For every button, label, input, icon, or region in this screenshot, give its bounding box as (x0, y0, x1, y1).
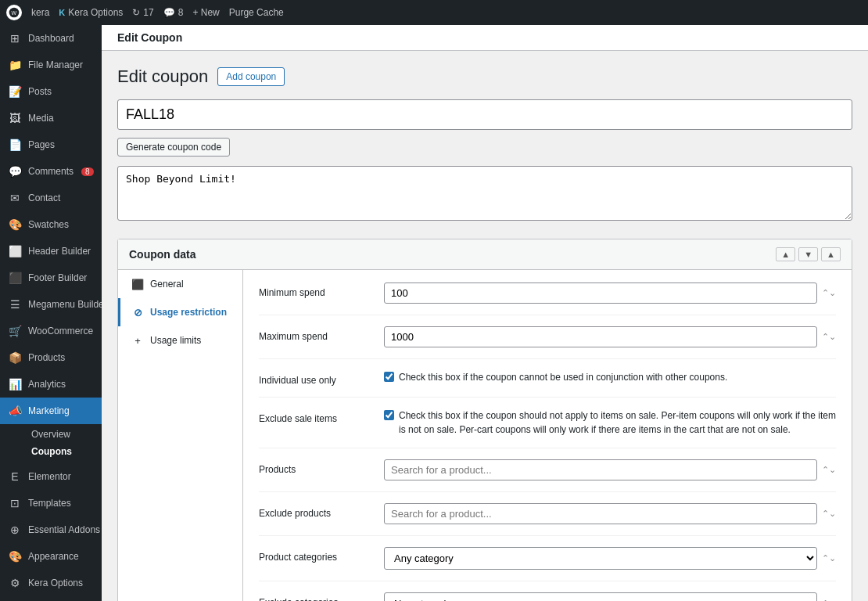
sidebar-item-appearance[interactable]: 🎨 Appearance (0, 543, 102, 570)
individual-use-checkbox-row: Check this box if the coupon cannot be u… (384, 370, 836, 384)
products-search-input[interactable] (384, 459, 817, 480)
form-row-product-categories: Product categories Any category ⌃⌄ (259, 547, 836, 581)
sidebar-item-swatches[interactable]: 🎨 Swatches (0, 211, 102, 238)
tab-usage-limits[interactable]: + Usage limits (118, 326, 242, 354)
panel-expand-btn[interactable]: ▼ (798, 247, 818, 261)
field-product-categories: Any category ⌃⌄ (384, 547, 836, 570)
comments-count[interactable]: 💬 8 (163, 7, 184, 18)
admin-bar: W kera K Kera Options ↻ 17 💬 8 + New Pur… (0, 0, 868, 25)
sidebar-label-templates: Templates (28, 498, 71, 509)
sidebar-item-header-builder[interactable]: ⬜ Header Builder (0, 238, 102, 265)
panel-tabs: ⬛ General ⊘ Usage restriction + Usage li… (118, 270, 243, 601)
sidebar-item-products[interactable]: 📦 Products (0, 344, 102, 371)
sidebar-label-file-manager: File Manager (28, 59, 83, 70)
exclude-products-search-input[interactable] (384, 503, 817, 524)
tab-general[interactable]: ⬛ General (118, 270, 242, 298)
sidebar-item-woocommerce[interactable]: 🛒 WooCommerce (0, 318, 102, 344)
sidebar-item-megamenu[interactable]: ☰ Megamenu Builder (0, 291, 102, 318)
sidebar-item-posts[interactable]: 📝 Posts (0, 78, 102, 105)
panel-collapse-btn[interactable]: ▲ (776, 247, 795, 261)
panel-toggle-btn[interactable]: ▲ (821, 247, 841, 261)
svg-text:W: W (12, 10, 17, 16)
sidebar-item-essential-addons[interactable]: ⊕ Essential Addons (0, 516, 102, 543)
label-product-categories: Product categories (259, 547, 384, 563)
coupon-code-input[interactable] (117, 99, 852, 130)
label-exclude-products: Exclude products (259, 503, 384, 519)
sidebar-item-comments[interactable]: 💬 Comments 8 (0, 158, 102, 185)
add-coupon-button[interactable]: Add coupon (217, 67, 285, 86)
kera-options-icon: ⚙ (8, 576, 22, 590)
field-exclude-products: ⌃⌄ (384, 503, 836, 524)
max-spend-icon: ⌃⌄ (822, 332, 836, 342)
field-exclude-categories: No categories ⌃⌄ (384, 592, 836, 601)
sidebar-label-header-builder: Header Builder (28, 246, 91, 257)
swatches-icon: 🎨 (8, 218, 22, 232)
tab-usage-restriction-label: Usage restriction (150, 307, 227, 318)
sidebar-item-templates[interactable]: ⊡ Templates (0, 490, 102, 516)
panel-header: Coupon data ▲ ▼ ▲ (118, 239, 852, 270)
header-builder-icon: ⬜ (8, 244, 22, 258)
sidebar-sub-overview[interactable]: Overview (23, 426, 102, 443)
purge-cache-button[interactable]: Purge Cache (229, 7, 284, 18)
elementor-icon: E (8, 470, 22, 484)
dashboard-icon: ⊞ (8, 31, 22, 45)
sidebar-item-analytics[interactable]: 📊 Analytics (0, 371, 102, 398)
exclude-sale-checkbox[interactable] (384, 410, 394, 420)
product-categories-icon: ⌃⌄ (822, 553, 836, 563)
updates-count[interactable]: ↻ 17 (132, 7, 153, 18)
form-row-exclude-sale: Exclude sale items Check this box if the… (259, 408, 836, 448)
media-icon: 🖼 (8, 111, 22, 125)
sidebar-item-kera-options[interactable]: ⚙ Kera Options (0, 570, 102, 596)
wp-logo[interactable]: W (6, 5, 22, 20)
coupon-description-textarea[interactable]: Shop Beyond Limit! (117, 166, 852, 221)
sidebar-item-file-manager[interactable]: 📁 File Manager (0, 52, 102, 78)
sidebar-sub-coupons[interactable]: Coupons (23, 443, 102, 460)
products-icon: ⌃⌄ (822, 465, 836, 475)
site-name[interactable]: kera (31, 7, 49, 18)
sidebar-item-pages[interactable]: 📄 Pages (0, 131, 102, 158)
sidebar-item-yith[interactable]: Y YITH (0, 596, 102, 601)
sidebar-item-marketing[interactable]: 📣 Marketing (0, 398, 102, 424)
generate-coupon-code-button[interactable]: Generate coupon code (117, 138, 230, 157)
panel-header-controls: ▲ ▼ ▲ (776, 247, 841, 261)
max-spend-input[interactable] (384, 326, 817, 347)
min-spend-wrap: ⌃⌄ (384, 283, 836, 304)
exclude-categories-select[interactable]: No categories (384, 592, 817, 601)
sidebar-label-media: Media (28, 113, 54, 124)
field-individual-use: Check this box if the coupon cannot be u… (384, 370, 836, 384)
max-spend-wrap: ⌃⌄ (384, 326, 836, 347)
tab-usage-restriction[interactable]: ⊘ Usage restriction (118, 298, 242, 326)
usage-limits-tab-icon: + (131, 334, 144, 347)
usage-restriction-tab-icon: ⊘ (131, 306, 144, 318)
sidebar-label-comments: Comments (28, 166, 74, 177)
essential-addons-icon: ⊕ (8, 523, 22, 537)
form-row-min-spend: Minimum spend ⌃⌄ (259, 283, 836, 315)
sidebar-item-elementor[interactable]: E Elementor (0, 463, 102, 490)
products-wrap: ⌃⌄ (384, 459, 836, 480)
kera-options-bar[interactable]: K Kera Options (59, 7, 123, 18)
panel-title: Coupon data (129, 248, 196, 261)
sidebar-item-footer-builder[interactable]: ⬛ Footer Builder (0, 265, 102, 291)
individual-use-checkbox[interactable] (384, 372, 394, 382)
sidebar-item-dashboard[interactable]: ⊞ Dashboard (0, 25, 102, 52)
edit-coupon-header: Edit coupon Add coupon (117, 67, 852, 87)
analytics-icon: 📊 (8, 377, 22, 391)
min-spend-input[interactable] (384, 283, 817, 304)
breadcrumb: Edit Coupon (117, 31, 182, 44)
label-individual-use: Individual use only (259, 370, 384, 386)
sidebar: ⊞ Dashboard 📁 File Manager 📝 Posts 🖼 Med… (0, 25, 102, 601)
edit-coupon-title: Edit coupon (117, 67, 208, 87)
product-categories-select[interactable]: Any category (384, 547, 817, 570)
appearance-icon: 🎨 (8, 549, 22, 563)
field-products: ⌃⌄ (384, 459, 836, 480)
file-manager-icon: 📁 (8, 58, 22, 72)
sidebar-label-appearance: Appearance (28, 551, 79, 562)
sidebar-label-megamenu: Megamenu Builder (28, 299, 102, 310)
sidebar-label-elementor: Elementor (28, 471, 71, 482)
sidebar-label-posts: Posts (28, 86, 52, 97)
sidebar-item-contact[interactable]: ✉ Contact (0, 185, 102, 211)
new-button[interactable]: + New (192, 7, 219, 18)
comments-icon: 💬 (8, 164, 22, 178)
label-max-spend: Maximum spend (259, 326, 384, 342)
sidebar-item-media[interactable]: 🖼 Media (0, 105, 102, 131)
